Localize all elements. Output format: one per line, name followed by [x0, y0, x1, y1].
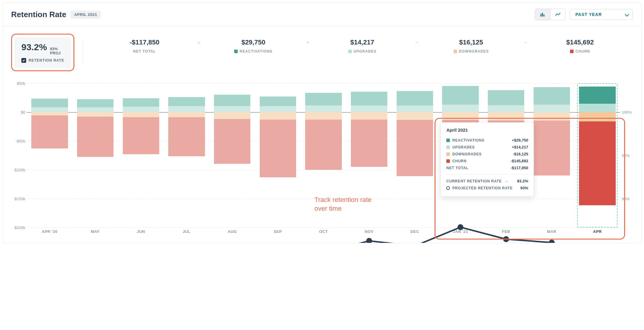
metrics: -$117,850 NET TOTAL = $29,750 REACTIVATI… — [91, 34, 633, 71]
svg-rect-1 — [542, 13, 543, 17]
circle-icon — [446, 186, 450, 190]
retention-card: Retention Rate APRIL 2021 PAST YEAR 93.2… — [2, 2, 642, 243]
x-tick: JAN '21 — [438, 229, 483, 234]
x-tick: APR — [574, 229, 620, 234]
x-tick: OCT — [301, 229, 346, 234]
x-tick: NOV — [346, 229, 392, 234]
period-badge: APRIL 2021 — [70, 11, 101, 19]
op-equals: = — [197, 38, 201, 46]
svg-point-13 — [503, 236, 509, 242]
x-tick: DEC — [392, 229, 438, 234]
x-tick: MAY — [73, 229, 118, 234]
metric-upg: $14,217 UPGRADES — [309, 38, 415, 53]
op-minus-1: − — [415, 38, 418, 46]
kpi-card[interactable]: 93.2% 93% PROJ RETENTION RATE — [15, 38, 70, 67]
header: Retention Rate APRIL 2021 PAST YEAR — [3, 3, 641, 26]
metric-down: $16,125 DOWNGRADES — [418, 38, 524, 53]
chart-area: $50k$0-$50k-$100k-$150k-$200k 100%95%90%… — [3, 74, 641, 243]
bar-col[interactable] — [118, 83, 164, 228]
annotation-text: Track retention rate over time — [314, 196, 372, 213]
header-left: Retention Rate APRIL 2021 — [11, 10, 101, 19]
upg-swatch — [348, 50, 352, 53]
bar-col[interactable] — [209, 83, 255, 228]
header-right: PAST YEAR — [535, 9, 633, 20]
kpi-projection: 93% PROJ — [50, 47, 60, 56]
react-swatch — [234, 50, 238, 53]
bar-col[interactable] — [529, 83, 575, 228]
bar-chart-icon — [540, 12, 545, 17]
x-tick: SEP — [255, 229, 301, 234]
bar-col[interactable] — [73, 83, 118, 228]
retention-checkbox[interactable] — [21, 58, 26, 63]
date-range-label: PAST YEAR — [575, 12, 602, 17]
line-chart-icon — [555, 13, 561, 16]
y-axis-right: 100%95%90% — [622, 83, 637, 228]
kpi-row: 93.2% 93% PROJ RETENTION RATE -$117,850 — [3, 26, 641, 74]
svg-point-10 — [366, 238, 372, 243]
x-tick: JUN — [118, 229, 164, 234]
bar-col[interactable] — [27, 83, 73, 228]
x-tick: AUG — [209, 229, 255, 234]
metric-net: -$117,850 NET TOTAL — [91, 38, 197, 53]
svg-point-14 — [549, 240, 555, 243]
date-range-dropdown[interactable]: PAST YEAR — [570, 9, 633, 20]
chart[interactable]: $50k$0-$50k-$100k-$150k-$200k 100%95%90%… — [27, 83, 620, 228]
svg-rect-0 — [540, 14, 541, 17]
tooltip-title: April 2021 — [446, 127, 528, 133]
down-swatch — [454, 50, 457, 53]
x-tick: FEB — [483, 229, 529, 234]
svg-rect-2 — [543, 14, 544, 17]
metric-react: $29,750 REACTIVATIONS — [200, 38, 306, 53]
chart-tooltip: April 2021 REACTIVATIONS+$29,750UPGRADES… — [441, 122, 534, 197]
kpi-label: RETENTION RATE — [29, 58, 64, 63]
churn-swatch — [570, 50, 574, 53]
x-tick: APR '20 — [27, 229, 73, 234]
kpi-highlight-box: 93.2% 93% PROJ RETENTION RATE — [11, 34, 74, 71]
arrow-icon: → — [504, 179, 508, 183]
bar-col[interactable] — [392, 83, 438, 228]
bar-chart-toggle[interactable] — [535, 9, 550, 20]
bar-col[interactable] — [164, 83, 209, 228]
x-axis: APR '20MAYJUNJULAUGSEPOCTNOVDECJAN '21FE… — [27, 229, 620, 234]
divider — [83, 40, 83, 65]
y-axis-left: $50k$0-$50k-$100k-$150k-$200k — [9, 83, 25, 228]
line-chart-toggle[interactable] — [550, 9, 565, 20]
bar-col[interactable] — [574, 83, 620, 228]
op-plus: + — [306, 38, 310, 46]
metric-churn: $145,692 CHURN — [527, 38, 633, 53]
chart-type-toggle — [535, 9, 565, 20]
x-tick: MAR — [529, 229, 575, 234]
op-minus-2: − — [524, 38, 527, 46]
x-tick: JUL — [164, 229, 209, 234]
page-title: Retention Rate — [11, 10, 66, 19]
kpi-value: 93.2% — [21, 42, 47, 52]
bar-col[interactable] — [255, 83, 301, 228]
